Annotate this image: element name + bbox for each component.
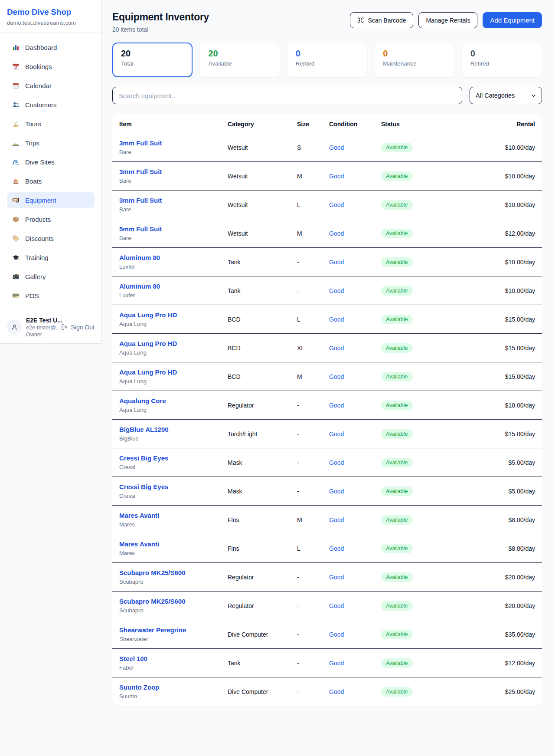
sidebar-item-dashboard[interactable]: Dashboard: [7, 39, 95, 56]
item-size: -: [290, 563, 322, 592]
rental-rate: $35.00/day: [479, 620, 542, 649]
brand-name[interactable]: Demo Dive Shop: [7, 7, 95, 17]
sidebar-item-trips[interactable]: Trips: [7, 135, 95, 151]
condition-link[interactable]: Good: [329, 488, 344, 495]
stat-card-maintenance[interactable]: 0Maintenance: [374, 43, 454, 77]
rental-rate: $10.00/day: [479, 191, 542, 219]
manage-rentals-label: Manage Rentals: [426, 17, 470, 24]
condition-link[interactable]: Good: [329, 316, 344, 323]
item-name-link[interactable]: Steel 100: [119, 655, 147, 662]
item-name-link[interactable]: 3mm Full Suit: [119, 168, 162, 175]
condition-link[interactable]: Good: [329, 660, 344, 667]
stat-card-total[interactable]: 20Total: [112, 43, 193, 77]
wave-icon: [12, 158, 20, 166]
table-row: Aqua Lung Pro HD Aqua Lung BCD L Good Av…: [112, 305, 542, 334]
item-name-link[interactable]: Mares Avanti: [119, 512, 159, 519]
stat-value: 0: [383, 49, 446, 59]
item-name-link[interactable]: Aqua Lung Pro HD: [119, 340, 177, 347]
sidebar-item-gallery[interactable]: Gallery: [7, 268, 95, 285]
condition-link[interactable]: Good: [329, 631, 344, 638]
condition-link[interactable]: Good: [329, 574, 344, 581]
condition-link[interactable]: Good: [329, 287, 344, 294]
rental-rate: $10.00/day: [479, 276, 542, 305]
item-name-link[interactable]: Aqualung Core: [119, 397, 166, 404]
sidebar-item-tours[interactable]: Tours: [7, 115, 95, 132]
table-row: Suunto Zoop Suunto Dive Computer - Good …: [112, 677, 542, 706]
scan-barcode-button[interactable]: Scan Barcode: [350, 12, 414, 28]
rental-rate: $10.00/day: [479, 133, 542, 162]
sidebar-item-bookings[interactable]: 17Bookings: [7, 58, 95, 75]
item-name-link[interactable]: 3mm Full Suit: [119, 139, 162, 147]
condition-link[interactable]: Good: [329, 144, 344, 151]
condition-link[interactable]: Good: [329, 201, 344, 208]
category-select[interactable]: All Categories: [470, 87, 542, 104]
sidebar-item-products[interactable]: Products: [7, 211, 95, 227]
condition-link[interactable]: Good: [329, 373, 344, 380]
rental-rate: $25.00/day: [479, 677, 542, 706]
item-name-link[interactable]: Aqua Lung Pro HD: [119, 368, 177, 376]
item-name-link[interactable]: Cressi Big Eyes: [119, 454, 168, 462]
sign-out-button[interactable]: Sign Out: [61, 324, 95, 331]
condition-link[interactable]: Good: [329, 173, 344, 180]
item-name-link[interactable]: BigBlue AL1200: [119, 426, 169, 433]
stat-label: Maintenance: [383, 60, 446, 67]
item-name-link[interactable]: 5mm Full Suit: [119, 225, 162, 233]
stat-label: Retired: [470, 60, 533, 67]
brand-domain: demo.test.divestreams.com: [7, 20, 95, 26]
item-brand: Scubapro: [119, 607, 214, 614]
condition-link[interactable]: Good: [329, 516, 344, 523]
item-name-link[interactable]: Shearwater Peregrine: [119, 626, 186, 634]
item-category: Wetsuit: [221, 133, 290, 162]
condition-link[interactable]: Good: [329, 345, 344, 352]
user-role: Owner: [26, 332, 57, 338]
condition-link[interactable]: Good: [329, 545, 344, 552]
sidebar-item-equipment[interactable]: Equipment: [7, 192, 95, 208]
stat-card-available[interactable]: 20Available: [199, 43, 280, 77]
status-badge: Available: [381, 200, 413, 210]
manage-rentals-button[interactable]: Manage Rentals: [418, 12, 477, 28]
condition-link[interactable]: Good: [329, 688, 344, 695]
rental-rate: $15.00/day: [479, 305, 542, 334]
table-row: Aluminum 80 Luxfer Tank - Good Available…: [112, 276, 542, 305]
item-name-link[interactable]: Aluminum 80: [119, 254, 160, 261]
item-size: -: [290, 677, 322, 706]
item-size: -: [290, 477, 322, 506]
item-name-link[interactable]: 3mm Full Suit: [119, 197, 162, 204]
sidebar-item-dive-sites[interactable]: Dive Sites: [7, 154, 95, 170]
condition-link[interactable]: Good: [329, 230, 344, 237]
condition-link[interactable]: Good: [329, 431, 344, 437]
rental-rate: $5.00/day: [479, 448, 542, 477]
equipment-table-card: ItemCategorySizeConditionStatusRental 3m…: [112, 115, 542, 706]
sidebar-item-boats[interactable]: Boats: [7, 173, 95, 189]
item-category: Fins: [221, 506, 290, 534]
condition-link[interactable]: Good: [329, 259, 344, 266]
sidebar-item-discounts[interactable]: Discounts: [7, 230, 95, 247]
item-name-link[interactable]: Aqua Lung Pro HD: [119, 311, 177, 319]
stat-card-retired[interactable]: 0Retired: [462, 43, 542, 77]
condition-link[interactable]: Good: [329, 402, 344, 409]
item-name-link[interactable]: Cressi Big Eyes: [119, 483, 168, 490]
stat-value: 20: [208, 49, 271, 59]
item-name-link[interactable]: Mares Avanti: [119, 540, 159, 548]
sidebar-item-calendar[interactable]: Calendar: [7, 77, 95, 94]
item-name-link[interactable]: Aluminum 80: [119, 283, 160, 290]
item-brand: Aqua Lung: [119, 378, 214, 385]
item-size: S: [290, 133, 322, 162]
condition-link[interactable]: Good: [329, 602, 344, 609]
sidebar-item-training[interactable]: Training: [7, 249, 95, 266]
add-equipment-button[interactable]: Add Equipment: [483, 12, 542, 28]
item-brand: BigBlue: [119, 435, 214, 442]
item-name-link[interactable]: Scubapro MK25/S600: [119, 598, 186, 605]
condition-link[interactable]: Good: [329, 459, 344, 466]
item-size: -: [290, 391, 322, 420]
table-row: Cressi Big Eyes Cressi Mask - Good Avail…: [112, 477, 542, 506]
item-name-link[interactable]: Suunto Zoop: [119, 684, 159, 691]
status-badge: Available: [381, 515, 413, 525]
status-badge: Available: [381, 658, 413, 668]
item-category: Regulator: [221, 592, 290, 620]
stat-card-rented[interactable]: 0Rented: [287, 43, 367, 77]
sidebar-item-pos[interactable]: POS: [7, 287, 95, 304]
search-input[interactable]: [112, 87, 462, 104]
sidebar-item-customers[interactable]: Customers: [7, 96, 95, 113]
item-name-link[interactable]: Scubapro MK25/S600: [119, 569, 186, 576]
